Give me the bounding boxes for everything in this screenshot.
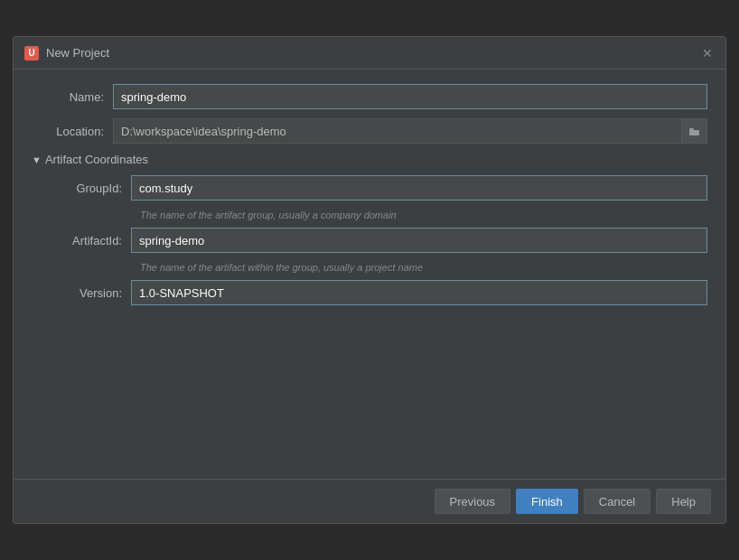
svg-rect-1 [689,128,694,131]
name-label: Name: [32,90,113,104]
section-toggle-icon[interactable]: ▼ [32,154,42,165]
title-bar-left: U New Project [24,46,109,61]
artifactid-row: ArtifactId: [50,228,707,253]
location-input[interactable] [113,118,682,144]
dialog-title: New Project [46,46,109,60]
name-input[interactable] [113,84,707,109]
artifact-section-title: Artifact Coordinates [45,153,148,166]
location-input-group [113,118,707,144]
version-label: Version: [50,286,131,300]
artifactid-label: ArtifactId: [50,234,131,247]
location-label: Location: [32,125,113,138]
artifactid-hint: The name of the artifact within the grou… [140,262,707,273]
dialog-content: Name: Location: ▼ Artifact Coordinates [14,70,725,479]
artifact-section-header: ▼ Artifact Coordinates [32,153,707,166]
version-input[interactable] [131,280,707,305]
groupid-row: GroupId: [50,175,707,201]
artifactid-input[interactable] [131,228,707,253]
groupid-hint: The name of the artifact group, usually … [140,210,707,220]
previous-button[interactable]: Previous [435,489,511,514]
name-row: Name: [32,84,707,109]
cancel-button[interactable]: Cancel [584,489,650,514]
dialog-footer: Previous Finish Cancel Help [14,479,725,523]
groupid-input[interactable] [131,175,707,201]
close-button[interactable]: ✕ [700,46,715,61]
groupid-label: GroupId: [50,182,131,195]
version-row: Version: [50,280,707,305]
title-bar: U New Project ✕ [14,37,725,70]
new-project-dialog: U New Project ✕ Name: Location: [13,36,726,524]
browse-button[interactable] [682,118,707,144]
location-row: Location: [32,118,707,144]
finish-button[interactable]: Finish [516,489,578,514]
artifact-section: GroupId: The name of the artifact group,… [50,175,707,305]
help-button[interactable]: Help [656,489,711,514]
app-icon: U [24,46,39,61]
